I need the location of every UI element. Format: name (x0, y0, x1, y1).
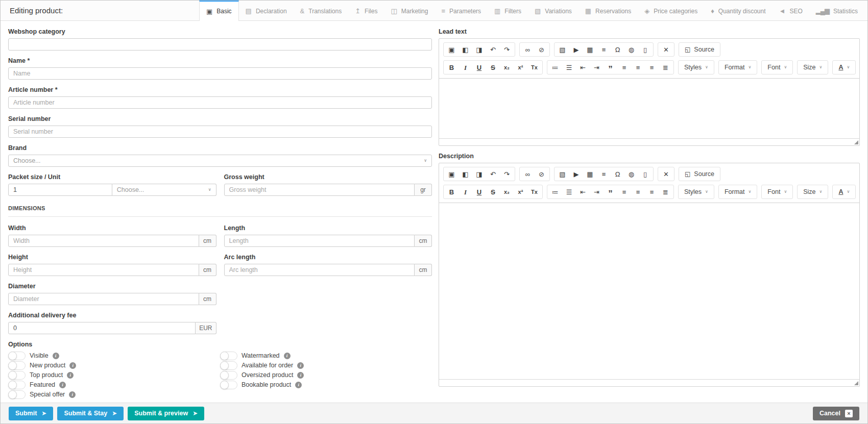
iframe-globe-icon[interactable]: ◍ (625, 168, 638, 180)
decrease-indent-icon[interactable]: ⇤ (576, 62, 589, 73)
tab-filters[interactable]: ▥Filters (488, 1, 528, 20)
unlink-icon[interactable]: ⊘ (535, 44, 548, 55)
paste-icon[interactable]: ▣ (445, 44, 458, 55)
length-input[interactable] (224, 235, 415, 247)
special-character-icon[interactable]: Ω (611, 44, 624, 55)
justify-icon[interactable]: ≣ (659, 186, 672, 197)
subscript-icon[interactable]: x₂ (500, 62, 513, 73)
bulleted-list-icon[interactable]: ☰ (563, 186, 575, 197)
align-right-icon[interactable]: ≡ (645, 62, 658, 73)
info-icon[interactable]: i (59, 382, 66, 388)
submit-and-stay-button[interactable]: Submit & Stay ➤ (57, 407, 124, 420)
increase-indent-icon[interactable]: ⇥ (590, 62, 603, 73)
paste-plain-text-icon[interactable]: ◧ (459, 44, 472, 55)
text-color-dropdown[interactable]: A∨ (832, 185, 856, 199)
toggle-watermarked[interactable] (220, 352, 237, 360)
styles-dropdown[interactable]: Styles∨ (678, 60, 714, 74)
horizontal-line-icon[interactable]: ≡ (597, 44, 610, 55)
paste-plain-text-icon[interactable]: ◧ (459, 168, 472, 180)
source-button[interactable]: ◱Source (679, 42, 720, 57)
width-input[interactable] (8, 235, 199, 247)
decrease-indent-icon[interactable]: ⇤ (576, 186, 589, 197)
resize-handle-icon[interactable] (854, 140, 858, 144)
align-left-icon[interactable]: ≡ (618, 62, 631, 73)
text-color-dropdown[interactable]: A∨ (832, 60, 856, 74)
gross-weight-input[interactable] (224, 184, 415, 196)
blockquote-icon[interactable]: ” (604, 186, 617, 197)
tab-statistics[interactable]: ▂▄▆Statistics (809, 1, 864, 20)
remove-format-icon[interactable]: Tx (528, 186, 541, 197)
media-embed-icon[interactable]: ▶ (570, 44, 583, 55)
description-content-area[interactable] (439, 203, 859, 379)
align-left-icon[interactable]: ≡ (618, 186, 631, 197)
size-dropdown[interactable]: Size∨ (797, 60, 828, 74)
tab-reservations[interactable]: ▦Reservations (578, 1, 638, 20)
styles-dropdown[interactable]: Styles∨ (678, 185, 714, 199)
toggle-visible[interactable] (8, 352, 26, 360)
info-icon[interactable]: i (295, 382, 302, 388)
article-number-input[interactable] (8, 96, 432, 109)
info-icon[interactable]: i (69, 391, 76, 398)
tab-parameters[interactable]: ≡Parameters (435, 1, 488, 20)
info-icon[interactable]: i (67, 372, 74, 379)
page-template-icon[interactable]: ▯ (639, 168, 652, 180)
font-dropdown[interactable]: Font∨ (761, 60, 793, 74)
underline-icon[interactable]: U (473, 186, 486, 197)
tab-declaration[interactable]: ▤Declaration (239, 1, 294, 20)
image-icon[interactable]: ▧ (556, 168, 569, 180)
subscript-icon[interactable]: x₂ (500, 186, 513, 197)
align-center-icon[interactable]: ≡ (632, 186, 644, 197)
info-icon[interactable]: i (53, 353, 59, 359)
numbered-list-icon[interactable]: ≔ (549, 62, 562, 73)
info-icon[interactable]: i (297, 362, 304, 369)
paste-icon[interactable]: ▣ (445, 168, 458, 180)
align-center-icon[interactable]: ≡ (632, 62, 644, 73)
size-dropdown[interactable]: Size∨ (797, 185, 828, 199)
tab-translations[interactable]: &Translations (294, 1, 349, 20)
maximize-icon[interactable]: ✕ (660, 44, 672, 55)
bold-icon[interactable]: B (445, 186, 458, 197)
remove-format-icon[interactable]: Tx (528, 62, 541, 73)
toggle-new-product[interactable] (8, 361, 26, 370)
horizontal-line-icon[interactable]: ≡ (597, 168, 610, 180)
media-embed-icon[interactable]: ▶ (570, 168, 583, 180)
format-dropdown[interactable]: Format∨ (718, 185, 757, 199)
cancel-button[interactable]: Cancel × (813, 407, 859, 420)
tab-price-categories[interactable]: ◈Price categories (638, 1, 704, 20)
diameter-input[interactable] (8, 293, 199, 305)
superscript-icon[interactable]: x² (514, 62, 527, 73)
align-right-icon[interactable]: ≡ (645, 186, 658, 197)
additional-delivery-fee-input[interactable] (8, 322, 196, 334)
webshop-category-input[interactable] (8, 38, 432, 51)
iframe-globe-icon[interactable]: ◍ (625, 44, 638, 55)
strikethrough-icon[interactable]: S (487, 62, 499, 73)
unit-select[interactable]: Choose... ∨ (112, 184, 216, 196)
link-icon[interactable]: ∞ (521, 168, 534, 180)
unlink-icon[interactable]: ⊘ (535, 168, 548, 180)
tab-variations[interactable]: ▧Variations (528, 1, 578, 20)
table-icon[interactable]: ▦ (584, 44, 596, 55)
strikethrough-icon[interactable]: S (487, 186, 499, 197)
info-icon[interactable]: i (284, 353, 291, 359)
tab-files[interactable]: ↥Files (348, 1, 384, 20)
table-icon[interactable]: ▦ (584, 168, 596, 180)
redo-icon[interactable]: ↷ (500, 168, 513, 180)
numbered-list-icon[interactable]: ≔ (549, 186, 562, 197)
bold-icon[interactable]: B (445, 62, 458, 73)
height-input[interactable] (8, 264, 199, 276)
toggle-available-for-order[interactable] (220, 361, 237, 370)
link-icon[interactable]: ∞ (521, 44, 534, 55)
toggle-special-offer[interactable] (8, 390, 26, 399)
lead-text-content-area[interactable] (439, 78, 859, 138)
info-icon[interactable]: i (297, 372, 304, 379)
underline-icon[interactable]: U (473, 62, 486, 73)
toggle-top-product[interactable] (8, 371, 26, 380)
page-template-icon[interactable]: ▯ (639, 44, 652, 55)
paste-from-word-icon[interactable]: ◨ (473, 44, 486, 55)
maximize-icon[interactable]: ✕ (660, 168, 672, 180)
blockquote-icon[interactable]: ” (604, 62, 617, 73)
paste-from-word-icon[interactable]: ◨ (473, 168, 486, 180)
resize-handle-icon[interactable] (854, 381, 858, 385)
source-button[interactable]: ◱Source (679, 167, 720, 181)
increase-indent-icon[interactable]: ⇥ (590, 186, 603, 197)
